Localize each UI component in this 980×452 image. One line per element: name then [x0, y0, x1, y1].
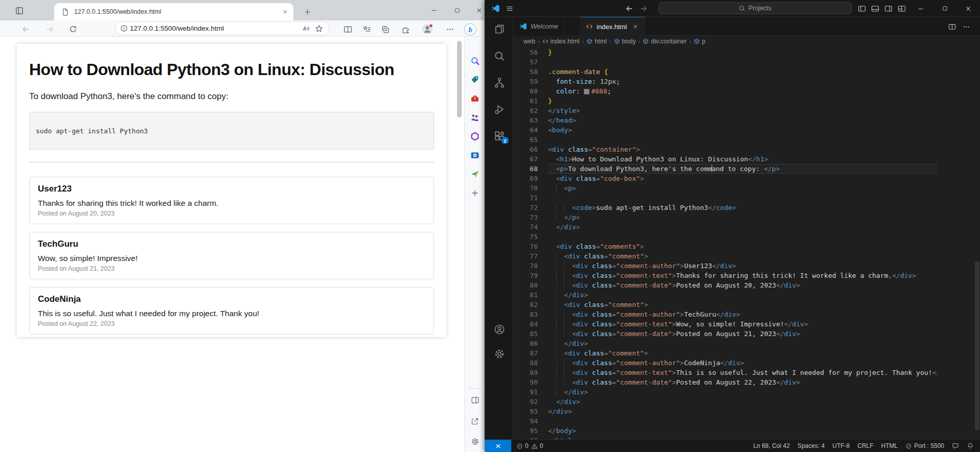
- browser-menu-button[interactable]: [443, 22, 457, 36]
- cursor-position[interactable]: Ln 68, Col 42: [754, 442, 790, 449]
- address-bar[interactable]: 127.0.0.1:5500/web/index.html: [115, 21, 330, 35]
- code-line[interactable]: <div class="comment-text">Thanks for sha…: [548, 271, 937, 280]
- source-control-icon[interactable]: [493, 76, 506, 89]
- sidebar-add-icon[interactable]: [469, 187, 481, 199]
- live-server-port[interactable]: Port : 5500: [905, 442, 944, 449]
- sidebar-search-icon[interactable]: [469, 55, 481, 66]
- code-line[interactable]: color: #888;: [548, 86, 937, 96]
- command-center-search[interactable]: Projects: [658, 2, 852, 14]
- code-line[interactable]: </body>: [548, 426, 937, 436]
- code-line[interactable]: <div class="comment-author">TechGuru</di…: [548, 310, 937, 319]
- breadcrumb-item[interactable]: web: [523, 38, 535, 45]
- browser-minimize-button[interactable]: [422, 0, 446, 20]
- browser-maximize-button[interactable]: [445, 0, 469, 20]
- favorites-button[interactable]: [360, 22, 373, 36]
- feedback-icon[interactable]: [952, 442, 959, 449]
- code-line[interactable]: </div>: [548, 407, 937, 416]
- breadcrumb-item[interactable]: p: [694, 38, 705, 45]
- code-line[interactable]: }: [548, 96, 937, 106]
- editor-scrollbar[interactable]: [975, 261, 979, 430]
- copilot-button[interactable]: b: [464, 22, 477, 36]
- code-line[interactable]: <p>: [548, 183, 937, 193]
- browser-tab[interactable]: 127.0.0.1:5500/web/index.html: [54, 3, 293, 20]
- code-line[interactable]: <h1>How to Download Python3 on Linux: Di…: [548, 154, 937, 164]
- collections-button[interactable]: [378, 22, 392, 36]
- code-line[interactable]: </style>: [548, 106, 937, 115]
- sidebar-panel-icon[interactable]: [469, 394, 481, 406]
- code-line[interactable]: </div>: [548, 222, 937, 232]
- code-line[interactable]: </div>: [548, 397, 937, 407]
- manage-gear-icon[interactable]: [493, 347, 506, 361]
- run-debug-icon[interactable]: [493, 103, 506, 116]
- indentation[interactable]: Spaces: 4: [797, 442, 825, 449]
- nav-forward-icon[interactable]: [637, 0, 650, 17]
- tab-close-icon[interactable]: [282, 9, 288, 15]
- code-line[interactable]: [548, 232, 937, 242]
- breadcrumb-item[interactable]: html: [586, 38, 607, 45]
- code-line[interactable]: <div class="comment-author">CodeNinja</d…: [548, 358, 937, 368]
- tab-index-html[interactable]: index.html: [580, 17, 645, 36]
- code-line[interactable]: </div>: [548, 290, 937, 300]
- forward-button[interactable]: [43, 22, 56, 36]
- sidebar-tools-icon[interactable]: [469, 93, 481, 104]
- code-editor[interactable]: 5657585960616263646566676869707172737475…: [513, 47, 980, 439]
- code-line[interactable]: <div class="comment">: [548, 348, 937, 358]
- sidebar-settings-icon[interactable]: [469, 436, 481, 447]
- open-external-icon[interactable]: [469, 416, 481, 427]
- code-line[interactable]: <div class="comment-date">Posted on Augu…: [548, 280, 937, 290]
- code-line[interactable]: </head>: [548, 115, 937, 125]
- page-scrollbar[interactable]: [457, 41, 462, 117]
- code-line[interactable]: <div class="comment-text">This is so use…: [548, 368, 937, 377]
- code-line[interactable]: .comment-date {: [548, 67, 937, 77]
- sidebar-outlook-icon[interactable]: [469, 150, 481, 161]
- nav-back-icon[interactable]: [623, 0, 636, 17]
- code-line[interactable]: <div class="comments">: [548, 242, 937, 251]
- code-line[interactable]: <body>: [548, 125, 937, 135]
- code-line[interactable]: </div>: [548, 387, 937, 397]
- remote-indicator[interactable]: [485, 440, 511, 452]
- notifications-bell-icon[interactable]: [967, 442, 974, 449]
- breadcrumb-item[interactable]: index.html: [542, 38, 580, 45]
- split-screen-button[interactable]: [341, 22, 354, 36]
- warnings-indicator[interactable]: 0: [531, 442, 543, 449]
- encoding[interactable]: UTF-8: [832, 442, 850, 449]
- tab-actions-button[interactable]: [13, 5, 26, 17]
- eol-sequence[interactable]: CRLF: [857, 442, 873, 449]
- profile-avatar[interactable]: [421, 22, 434, 36]
- explorer-icon[interactable]: [493, 22, 506, 36]
- breadcrumb-item[interactable]: div.container: [643, 38, 687, 45]
- vscode-close-button[interactable]: [958, 0, 979, 17]
- back-button[interactable]: [19, 22, 32, 36]
- reload-button[interactable]: [66, 22, 80, 36]
- code-line[interactable]: font-size: 12px;: [548, 77, 937, 86]
- vscode-minimize-button[interactable]: [910, 0, 931, 17]
- code-line[interactable]: }: [548, 47, 937, 57]
- code-line[interactable]: [548, 135, 937, 145]
- toggle-panel-left-icon[interactable]: [855, 0, 868, 17]
- code-line[interactable]: <div class="comment">: [548, 300, 937, 310]
- minimap[interactable]: [938, 48, 975, 438]
- customize-layout-icon[interactable]: [895, 0, 908, 17]
- read-aloud-icon[interactable]: [302, 25, 310, 33]
- breadcrumb-item[interactable]: body: [614, 38, 636, 45]
- code-line[interactable]: <div class="code-box">: [548, 174, 937, 183]
- code-line[interactable]: <div class="comment-author">User123</div…: [548, 261, 937, 271]
- code-line[interactable]: </html>: [548, 436, 937, 439]
- split-editor-icon[interactable]: [946, 21, 958, 32]
- code-line[interactable]: <div class="comment-text">Wow, so simple…: [548, 319, 937, 329]
- account-icon[interactable]: [493, 323, 506, 336]
- tab-welcome[interactable]: Welcome: [513, 17, 565, 36]
- editor-more-actions-icon[interactable]: [961, 21, 972, 32]
- toggle-panel-right-icon[interactable]: [882, 0, 895, 17]
- code-line[interactable]: [548, 193, 937, 203]
- vscode-maximize-button[interactable]: [934, 0, 955, 17]
- code-line[interactable]: </p>: [548, 212, 937, 222]
- code-line[interactable]: [548, 57, 937, 67]
- extensions-button[interactable]: [399, 22, 412, 36]
- tab-close-icon[interactable]: [632, 23, 639, 30]
- code-line[interactable]: <div class="comment-date">Posted on Augu…: [548, 377, 937, 387]
- new-tab-button[interactable]: [301, 5, 314, 18]
- toggle-panel-bottom-icon[interactable]: [869, 0, 881, 17]
- code-line[interactable]: <code>sudo apt-get install Python3</code…: [548, 203, 937, 212]
- code-line[interactable]: </div>: [548, 339, 937, 348]
